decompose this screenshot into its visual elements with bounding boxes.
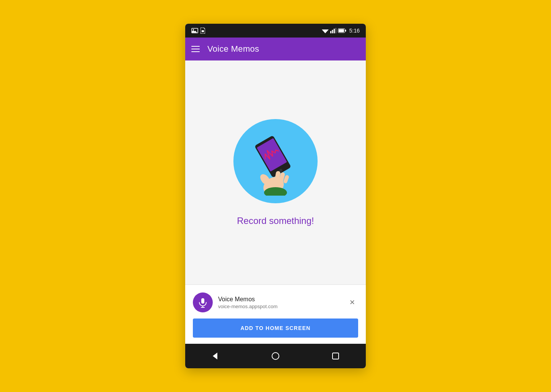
svg-rect-5: [332, 30, 333, 33]
app-info: Voice Memos voice-memos.appspot.com: [218, 296, 341, 309]
back-icon: [211, 352, 220, 360]
svg-rect-9: [339, 29, 344, 32]
svg-rect-20: [201, 298, 204, 304]
recents-icon: [332, 352, 339, 360]
svg-rect-25: [333, 353, 339, 359]
svg-marker-3: [322, 29, 329, 33]
status-left-icons: [191, 28, 319, 34]
svg-rect-7: [335, 28, 336, 33]
add-to-home-button[interactable]: ADD TO HOME SCREEN: [193, 318, 358, 338]
recents-button[interactable]: [327, 348, 344, 364]
image-icon: [191, 28, 198, 33]
nav-bar: [185, 344, 366, 368]
wifi-icon: [322, 28, 329, 33]
app-info-url: voice-memos.appspot.com: [218, 304, 341, 309]
svg-rect-2: [202, 30, 204, 32]
illustration-circle: [233, 119, 318, 203]
signal-icon: [330, 28, 336, 33]
home-button[interactable]: [267, 348, 284, 364]
svg-rect-4: [330, 31, 331, 33]
app-icon: [193, 292, 213, 312]
home-icon: [271, 352, 280, 360]
phone-hand-illustration: [241, 127, 310, 196]
status-right-icons: 5:16: [322, 28, 360, 34]
svg-point-1: [193, 29, 194, 30]
svg-marker-23: [213, 353, 217, 359]
app-bar: Voice Memos: [185, 38, 366, 60]
svg-rect-6: [334, 29, 335, 33]
phone-frame: 5:16 Voice Memos: [185, 24, 366, 368]
close-button[interactable]: ✕: [346, 296, 358, 309]
svg-rect-10: [345, 30, 346, 32]
app-bar-title: Voice Memos: [207, 44, 259, 54]
bottom-sheet: Voice Memos voice-memos.appspot.com ✕ AD…: [185, 284, 366, 344]
battery-icon: [338, 28, 346, 33]
svg-point-24: [272, 353, 279, 359]
status-time: 5:16: [349, 28, 360, 34]
hamburger-menu-icon[interactable]: [191, 46, 200, 52]
sim-icon: [201, 28, 205, 34]
main-content: Record something!: [185, 60, 366, 284]
microphone-icon: [197, 297, 208, 308]
bottom-sheet-header: Voice Memos voice-memos.appspot.com ✕: [193, 292, 358, 312]
record-prompt: Record something!: [237, 216, 314, 226]
back-button[interactable]: [207, 348, 224, 364]
app-info-name: Voice Memos: [218, 296, 341, 303]
status-bar: 5:16: [185, 24, 366, 38]
